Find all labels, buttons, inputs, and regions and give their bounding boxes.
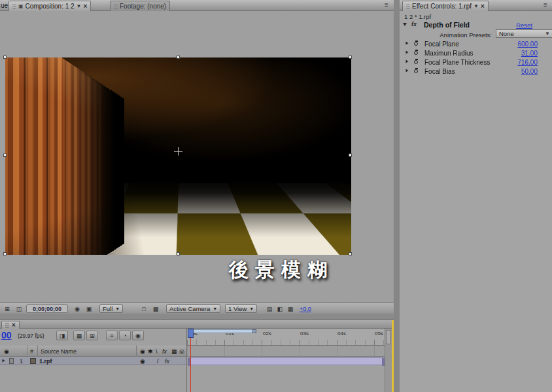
- pixel-aspect-icon[interactable]: ▤: [264, 304, 275, 313]
- reset-link[interactable]: Reset: [516, 22, 532, 29]
- ruler-ticks: [187, 340, 385, 345]
- panel-grip-icon: [406, 3, 410, 9]
- frame-handle[interactable]: [349, 154, 352, 157]
- fast-preview-icon[interactable]: ◧: [275, 304, 285, 313]
- scrollbar-thumb[interactable]: [386, 330, 391, 344]
- frame-handle[interactable]: [3, 56, 7, 59]
- work-area-end-handle[interactable]: [252, 329, 256, 333]
- frame-handle[interactable]: [3, 252, 7, 255]
- frame-handle[interactable]: [349, 252, 352, 255]
- animation-presets-row: Animation Presets: None ▼: [400, 29, 552, 39]
- twirl-icon[interactable]: [406, 42, 409, 45]
- chevron-down-icon: ▼: [213, 306, 217, 311]
- param-row-maximum-radius: Maximun Radius 31.00: [400, 48, 552, 57]
- tab-composition-label: Composition: 1 2: [26, 3, 75, 10]
- video-column-icon[interactable]: ◉: [4, 348, 9, 355]
- panel-grip-icon: [12, 3, 16, 9]
- comp-mini-flowchart-icon[interactable]: ◨: [56, 331, 68, 340]
- layer-video-icon[interactable]: ◉: [140, 358, 145, 365]
- view-layout-dropdown[interactable]: 1 View ▼: [225, 304, 257, 313]
- param-value-link[interactable]: 600.00: [517, 41, 538, 48]
- panel-gutter[interactable]: [0, 314, 394, 319]
- left-area: ue ▣ Composition: 1 2 ▼ × Footage: (none…: [0, 0, 394, 392]
- tab-composition[interactable]: ▣ Composition: 1 2 ▼ ×: [9, 1, 91, 11]
- close-icon[interactable]: ×: [481, 3, 485, 10]
- comp-toolbar: ⊞ ◫ 0;00;00;00 ◉ ▣ Full ▼ □ ▩ Active Cam…: [0, 302, 394, 314]
- wall-depth-fade: [5, 57, 124, 255]
- layer-quality-icon[interactable]: /: [157, 358, 159, 365]
- stopwatch-icon[interactable]: [414, 50, 419, 56]
- timeline-scrollbar[interactable]: [385, 329, 392, 392]
- chevron-down-icon[interactable]: ▼: [77, 4, 82, 9]
- column-index[interactable]: #: [30, 348, 33, 355]
- panel-menu-icon[interactable]: ≡: [385, 1, 388, 8]
- transparency-grid-icon[interactable]: ▩: [150, 304, 161, 313]
- draft3d-icon[interactable]: ▦: [73, 331, 85, 340]
- param-name: Focal Bias: [424, 68, 455, 75]
- graph-editor-icon[interactable]: ◉: [132, 331, 144, 340]
- column-source-name[interactable]: Source Name: [41, 348, 77, 355]
- comp-view[interactable]: [5, 57, 351, 255]
- layer-row[interactable]: 1 1.rpf ◉ / fx: [0, 357, 186, 365]
- frame-handle[interactable]: [177, 56, 180, 59]
- view-layout-value: 1 View: [228, 305, 247, 312]
- magnification-dropdown[interactable]: Full ▼: [99, 304, 123, 313]
- layer-index: 1: [20, 358, 23, 365]
- tab-effect-controls[interactable]: Effect Controls: 1.rpf ▼ ×: [402, 1, 489, 11]
- mask-visibility-icon[interactable]: ◫: [14, 304, 24, 313]
- comp-timecode-field[interactable]: 0;00;00;00: [26, 304, 68, 313]
- stopwatch-icon[interactable]: [414, 59, 419, 65]
- stopwatch-icon[interactable]: [414, 68, 419, 74]
- motion-blur-icon[interactable]: ≡: [106, 331, 118, 340]
- flowchart-icon[interactable]: ▦: [285, 304, 296, 313]
- effect-controls-tab-bar: Effect Controls: 1.rpf ▼ × ≡: [400, 0, 552, 11]
- effect-target-label: 1 2 * 1.rpf: [404, 13, 431, 20]
- effect-target-row: 1 2 * 1.rpf: [400, 11, 552, 20]
- layer-anchor-crosshair[interactable]: [174, 147, 182, 155]
- brainstorm-icon[interactable]: ◔: [119, 331, 131, 340]
- show-snapshot-icon[interactable]: ▣: [84, 304, 94, 313]
- twirl-icon[interactable]: [406, 51, 409, 54]
- chevron-down-icon[interactable]: ▼: [474, 4, 479, 9]
- frame-handle[interactable]: [349, 56, 352, 59]
- time-ruler[interactable]: 00s 01s 02s 03s 04s 05s: [187, 329, 385, 346]
- panel-gutter[interactable]: [394, 0, 400, 392]
- tab-footage[interactable]: Footage: (none): [110, 1, 170, 11]
- current-time-indicator[interactable]: [188, 329, 194, 338]
- frame-blend-icon[interactable]: ⊞: [86, 331, 98, 340]
- frame-handle[interactable]: [3, 154, 7, 157]
- timeline-current-time[interactable]: 00: [1, 330, 12, 340]
- layer-fx-icon[interactable]: fx: [165, 358, 169, 365]
- timeline-tab[interactable]: ×: [1, 321, 20, 329]
- current-time-line[interactable]: [190, 338, 191, 392]
- ruler-label: 05s: [375, 331, 383, 336]
- roi-icon[interactable]: □: [139, 304, 149, 313]
- effect-name[interactable]: Depth of Field: [424, 21, 470, 29]
- frame-handle[interactable]: [177, 252, 180, 255]
- layer-duration-bar[interactable]: [188, 357, 385, 365]
- param-value-link[interactable]: 31.00: [521, 50, 538, 57]
- chevron-down-icon: ▼: [249, 306, 254, 311]
- grid-guides-icon[interactable]: ⊞: [2, 304, 12, 313]
- param-value-link[interactable]: 716.00: [517, 59, 538, 66]
- animation-presets-dropdown[interactable]: None ▼: [496, 29, 552, 38]
- twirl-icon[interactable]: [406, 60, 409, 63]
- label-color-chip[interactable]: [9, 358, 14, 364]
- twirl-icon[interactable]: [3, 359, 5, 363]
- twirl-down-icon[interactable]: [403, 23, 407, 26]
- timeline-graph-area[interactable]: 00s 01s 02s 03s 04s 05s: [186, 329, 385, 392]
- camera-dropdown[interactable]: Active Camera ▼: [166, 304, 220, 313]
- switch-fx-icon: fx: [162, 348, 167, 355]
- after-effects-window: ue ▣ Composition: 1 2 ▼ × Footage: (none…: [0, 0, 552, 392]
- work-area-bar[interactable]: [188, 329, 256, 333]
- clipped-tab[interactable]: ue: [1, 2, 8, 9]
- exposure-value[interactable]: +0.0: [300, 306, 311, 312]
- param-value-link[interactable]: 50.00: [521, 68, 538, 75]
- twirl-icon[interactable]: [406, 69, 409, 73]
- layer-name[interactable]: 1.rpf: [39, 358, 52, 365]
- snapshot-icon[interactable]: ◉: [72, 304, 82, 313]
- close-icon[interactable]: ×: [84, 3, 88, 10]
- close-icon[interactable]: ×: [12, 322, 16, 329]
- stopwatch-icon[interactable]: [414, 41, 419, 46]
- panel-menu-icon[interactable]: ≡: [543, 1, 547, 8]
